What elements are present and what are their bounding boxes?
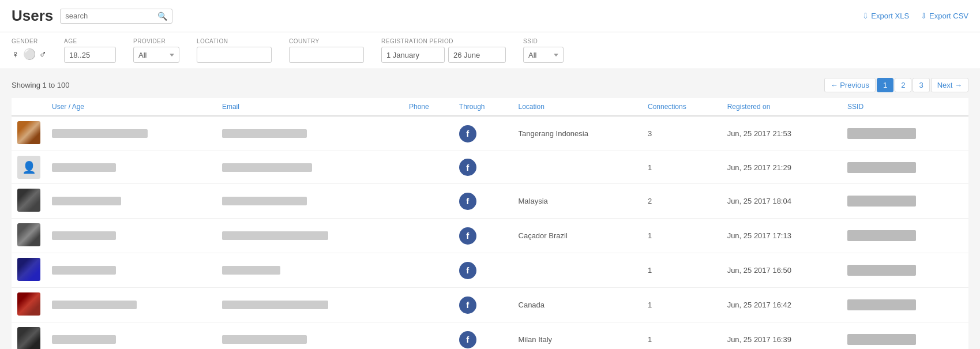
cell-through: f xyxy=(453,322,513,350)
cell-name: ██████████████████ xyxy=(46,116,216,151)
search-input[interactable] xyxy=(65,12,157,20)
cell-email: ████████████████████ xyxy=(216,219,403,253)
table-row[interactable]: ████████████ ████████████████████ f Caça… xyxy=(12,219,968,253)
cell-phone xyxy=(403,151,453,184)
cell-avatar: 👤 xyxy=(12,151,46,184)
email-blurred: ████████████████ xyxy=(222,335,307,344)
cell-ssid: ████████████ xyxy=(842,253,968,288)
top-bar: Users 🔍 ⇩ Export XLS ⇩ Export CSV xyxy=(0,0,980,32)
cell-ssid: ████████████ xyxy=(842,116,968,151)
age-label: AGE xyxy=(64,38,116,44)
cell-avatar xyxy=(12,288,46,322)
ssid-select[interactable]: All xyxy=(523,47,564,63)
cell-email: ███████████ xyxy=(216,253,403,288)
export-xls-link[interactable]: ⇩ Export XLS xyxy=(862,12,909,20)
cell-through: f xyxy=(453,151,513,184)
ssid-blurred: ████████████ xyxy=(847,196,916,207)
col-user-age: User / Age xyxy=(46,98,216,116)
location-input[interactable] xyxy=(197,47,272,63)
cell-name: ████████████ xyxy=(46,253,216,288)
female-icon[interactable]: ♀ xyxy=(12,48,20,61)
export-csv-label: Export CSV xyxy=(929,12,968,20)
facebook-icon: f xyxy=(459,227,476,245)
email-blurred: ████████████████ xyxy=(222,129,307,138)
cell-through: f xyxy=(453,219,513,253)
table-row[interactable]: ██████████████████ ████████████████ f Ta… xyxy=(12,116,968,151)
export-csv-link[interactable]: ⇩ Export CSV xyxy=(921,12,968,20)
col-registered-on: Registered on xyxy=(722,98,842,116)
showing-text: Showing 1 to 100 xyxy=(12,81,69,89)
gender-label: GENDER xyxy=(12,38,47,44)
cell-connections: 3 xyxy=(642,116,722,151)
avatar xyxy=(17,327,40,349)
next-button[interactable]: Next → xyxy=(931,78,968,92)
cell-avatar xyxy=(12,322,46,350)
country-filter: COUNTRY xyxy=(289,38,364,63)
facebook-icon: f xyxy=(459,262,476,279)
export-xls-label: Export XLS xyxy=(871,12,909,20)
main-content: Showing 1 to 100 ← Previous 1 2 3 Next →… xyxy=(0,69,980,349)
cell-location: Milan Italy xyxy=(513,322,642,350)
cell-connections: 1 xyxy=(642,288,722,322)
col-phone: Phone xyxy=(403,98,453,116)
col-location: Location xyxy=(513,98,642,116)
table-row[interactable]: ████████████████ ████████████████████ f … xyxy=(12,288,968,322)
table-head: User / Age Email Phone Through Location … xyxy=(12,98,968,116)
email-blurred: ████████████████████ xyxy=(222,301,328,309)
download-xls-icon: ⇩ xyxy=(862,12,869,20)
filters-bar: GENDER ♀ ⚪ ♂ AGE PROVIDER All LOCATION C… xyxy=(0,32,980,69)
cell-registered-on: Jun, 25 2017 16:50 xyxy=(722,253,842,288)
reg-from-input[interactable] xyxy=(381,47,445,63)
cell-ssid: ████████████ xyxy=(842,151,968,184)
ssid-blurred: ████████████ xyxy=(847,265,916,276)
avatar xyxy=(17,223,40,246)
cell-location: Malaysia xyxy=(513,184,642,219)
cell-avatar xyxy=(12,253,46,288)
cell-ssid: ████████████ xyxy=(842,219,968,253)
cell-connections: 2 xyxy=(642,184,722,219)
cell-registered-on: Jun, 25 2017 17:13 xyxy=(722,219,842,253)
country-input[interactable] xyxy=(289,47,364,63)
cell-phone xyxy=(403,219,453,253)
download-csv-icon: ⇩ xyxy=(921,12,927,20)
table-row[interactable]: ████████████ ████████████████ f Milan It… xyxy=(12,322,968,350)
ssid-label: SSID xyxy=(523,38,564,44)
col-through: Through xyxy=(453,98,513,116)
table-row[interactable]: ████████████ ███████████ f 1 Jun, 25 201… xyxy=(12,253,968,288)
avatar-placeholder: 👤 xyxy=(17,156,40,179)
reg-to-input[interactable] xyxy=(448,47,506,63)
cell-name: ████████████ xyxy=(46,219,216,253)
cell-avatar xyxy=(12,184,46,219)
age-filter: AGE xyxy=(64,38,116,63)
email-blurred: ████████████████ xyxy=(222,197,307,205)
page-1-button[interactable]: 1 xyxy=(877,78,893,92)
ssid-filter: SSID All xyxy=(523,38,564,63)
cell-location xyxy=(513,253,642,288)
email-blurred: ████████████████████ xyxy=(222,231,328,240)
users-tbody: ██████████████████ ████████████████ f Ta… xyxy=(12,116,968,349)
cell-name: ████████████ xyxy=(46,322,216,350)
page-3-button[interactable]: 3 xyxy=(913,78,929,92)
col-ssid: SSID xyxy=(842,98,968,116)
cell-through: f xyxy=(453,184,513,219)
male-icon[interactable]: ♂ xyxy=(39,48,47,61)
facebook-icon: f xyxy=(459,125,476,142)
email-blurred: ███████████ xyxy=(222,266,280,275)
table-row[interactable]: █████████████ ████████████████ f Malaysi… xyxy=(12,184,968,219)
cell-connections: 1 xyxy=(642,322,722,350)
provider-select[interactable]: All xyxy=(133,47,179,63)
previous-button[interactable]: ← Previous xyxy=(824,78,876,92)
page-2-button[interactable]: 2 xyxy=(895,78,911,92)
top-bar-left: Users 🔍 xyxy=(12,7,172,25)
name-blurred: ██████████████████ xyxy=(52,129,148,138)
cell-phone xyxy=(403,184,453,219)
column-header-row: User / Age Email Phone Through Location … xyxy=(12,98,968,116)
gender-icons: ♀ ⚪ ♂ xyxy=(12,48,47,61)
age-input[interactable] xyxy=(64,47,116,63)
cell-name: █████████████ xyxy=(46,184,216,219)
cell-phone xyxy=(403,322,453,350)
cell-registered-on: Jun, 25 2017 18:04 xyxy=(722,184,842,219)
table-row[interactable]: 👤 ████████████ █████████████████ f 1 Jun… xyxy=(12,151,968,184)
both-icon[interactable]: ⚪ xyxy=(23,48,36,61)
search-button[interactable]: 🔍 xyxy=(157,12,167,21)
